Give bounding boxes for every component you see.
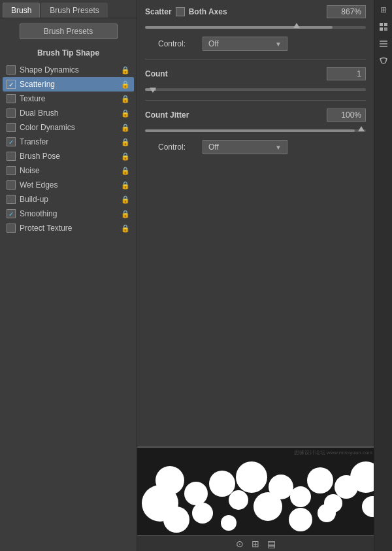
scatter-value[interactable]: 867% xyxy=(327,5,366,18)
menu-item-texture[interactable]: Texture 🔒 xyxy=(3,92,134,106)
lock-icon-buildup: 🔒 xyxy=(121,195,130,204)
tab-brush[interactable]: Brush xyxy=(3,3,40,18)
watermark: 思缘设计论坛 www.missyuan.com xyxy=(293,448,374,458)
dropdown-arrow-1: ▼ xyxy=(275,41,282,48)
control1-dropdown[interactable]: Off ▼ xyxy=(203,37,287,51)
tabs-row: Brush Brush Presets xyxy=(0,0,137,18)
count-jitter-label: Count Jitter xyxy=(145,110,189,120)
brush-tip-shape-header: Brush Tip Shape xyxy=(0,44,137,61)
lock-icon-scattering: 🔒 xyxy=(121,80,130,89)
lock-icon-dual-brush: 🔒 xyxy=(121,109,130,118)
preview-tool-select[interactable]: ⊙ xyxy=(236,539,244,549)
lock-icon-wet-edges: 🔒 xyxy=(121,181,130,190)
both-axes-label: Both Axes xyxy=(189,7,227,16)
preview-tool-grid[interactable]: ⊞ xyxy=(252,539,259,549)
svg-rect-0 xyxy=(380,23,383,26)
lock-icon-noise: 🔒 xyxy=(121,167,130,175)
control2-value: Off xyxy=(208,142,219,152)
menu-item-noise[interactable]: Noise 🔒 xyxy=(3,163,134,178)
far-right-icon-2[interactable] xyxy=(376,20,391,34)
count-jitter-slider-track[interactable] xyxy=(145,129,366,132)
checkbox-texture[interactable] xyxy=(7,94,16,103)
checkbox-wet-edges[interactable] xyxy=(7,180,16,190)
label-noise: Noise xyxy=(20,166,121,175)
lock-icon-texture: 🔒 xyxy=(121,95,130,103)
scatter-slider[interactable] xyxy=(145,25,366,30)
svg-rect-3 xyxy=(384,27,387,31)
menu-item-wet-edges[interactable]: Wet Edges 🔒 xyxy=(3,178,134,192)
label-protect-texture: Protect Texture xyxy=(20,224,121,233)
menu-item-smoothing[interactable]: Smoothing 🔒 xyxy=(3,207,134,221)
far-right-panel: ⊞ xyxy=(374,0,392,551)
label-brush-pose: Brush Pose xyxy=(20,152,121,161)
checkbox-shape-dynamics[interactable] xyxy=(7,65,16,75)
control1-value: Off xyxy=(208,39,219,48)
count-label: Count xyxy=(145,69,168,78)
checkbox-dual-brush[interactable] xyxy=(7,109,16,118)
menu-items-list: Shape Dynamics 🔒 Scattering 🔒 Texture 🔒 … xyxy=(0,61,137,237)
checkbox-smoothing[interactable] xyxy=(7,209,16,218)
checkbox-scattering[interactable] xyxy=(7,80,16,89)
lock-icon-transfer: 🔒 xyxy=(121,138,130,146)
count-value[interactable]: 1 xyxy=(327,67,366,80)
count-slider[interactable] xyxy=(145,87,366,92)
checkbox-brush-pose[interactable] xyxy=(7,152,16,161)
lock-icon-brush-pose: 🔒 xyxy=(121,152,130,161)
menu-item-color-dynamics[interactable]: Color Dynamics 🔒 xyxy=(3,120,134,135)
both-axes-checkbox[interactable] xyxy=(176,7,185,16)
count-jitter-slider[interactable] xyxy=(145,128,366,133)
count-jitter-row: Count Jitter 100% xyxy=(145,109,366,122)
label-buildup: Build-up xyxy=(20,195,121,204)
content-area: Scatter Both Axes 867% Control: Off ▼ xyxy=(137,0,374,446)
far-right-icon-3[interactable] xyxy=(376,37,391,51)
brush-presets-button[interactable]: Brush Presets xyxy=(20,24,118,39)
menu-item-brush-pose[interactable]: Brush Pose 🔒 xyxy=(3,149,134,163)
checkbox-transfer[interactable] xyxy=(7,137,16,146)
count-jitter-slider-thumb xyxy=(358,126,365,131)
control1-label: Control: xyxy=(158,39,197,48)
far-right-icon-4[interactable] xyxy=(376,54,391,68)
checkbox-noise[interactable] xyxy=(7,166,16,175)
checkbox-protect-texture[interactable] xyxy=(7,224,16,233)
label-wet-edges: Wet Edges xyxy=(20,180,121,190)
count-jitter-slider-fill xyxy=(145,129,355,132)
menu-item-protect-texture[interactable]: Protect Texture 🔒 xyxy=(3,221,134,235)
scatter-row: Scatter Both Axes 867% xyxy=(145,5,366,18)
preview-tool-list[interactable]: ▤ xyxy=(267,539,276,549)
lock-icon-color-dynamics: 🔒 xyxy=(121,124,130,132)
divider-2 xyxy=(145,100,366,101)
label-texture: Texture xyxy=(20,94,121,103)
scatter-slider-fill xyxy=(145,26,333,29)
menu-item-transfer[interactable]: Transfer 🔒 xyxy=(3,135,134,149)
menu-item-dual-brush[interactable]: Dual Brush 🔒 xyxy=(3,106,134,120)
count-row: Count 1 xyxy=(145,67,366,80)
label-scattering: Scattering xyxy=(20,80,121,89)
menu-item-buildup[interactable]: Build-up 🔒 xyxy=(3,192,134,207)
preview-toolbar: ⊙ ⊞ ▤ xyxy=(137,535,374,551)
label-dual-brush: Dual Brush xyxy=(20,109,121,118)
menu-item-scattering[interactable]: Scattering 🔒 xyxy=(3,77,134,92)
label-transfer: Transfer xyxy=(20,137,121,146)
label-color-dynamics: Color Dynamics xyxy=(20,123,121,132)
preview-area: ⊙ ⊞ ▤ 思缘设计论坛 www.missyuan.com xyxy=(137,446,374,551)
divider-1 xyxy=(145,59,366,59)
brush-presets-btn-row: Brush Presets xyxy=(0,18,137,44)
count-jitter-value[interactable]: 100% xyxy=(327,109,366,122)
checkbox-color-dynamics[interactable] xyxy=(7,123,16,132)
scatter-label: Scatter xyxy=(145,7,172,16)
lock-icon-smoothing: 🔒 xyxy=(121,210,130,218)
scatter-slider-track[interactable] xyxy=(145,26,366,29)
control2-label: Control: xyxy=(158,142,197,152)
control1-row: Control: Off ▼ xyxy=(145,37,366,51)
tab-brush-presets[interactable]: Brush Presets xyxy=(41,3,107,18)
control2-dropdown[interactable]: Off ▼ xyxy=(203,140,287,154)
far-right-icon-1[interactable]: ⊞ xyxy=(376,3,391,17)
lock-icon-protect-texture: 🔒 xyxy=(121,224,130,233)
svg-rect-1 xyxy=(384,23,387,26)
checkbox-buildup[interactable] xyxy=(7,195,16,204)
svg-rect-2 xyxy=(380,27,383,31)
menu-item-shape-dynamics[interactable]: Shape Dynamics 🔒 xyxy=(3,63,134,77)
count-slider-thumb xyxy=(150,88,156,93)
left-panel: Brush Brush Presets Brush Presets Brush … xyxy=(0,0,137,551)
count-slider-track[interactable] xyxy=(145,88,366,91)
